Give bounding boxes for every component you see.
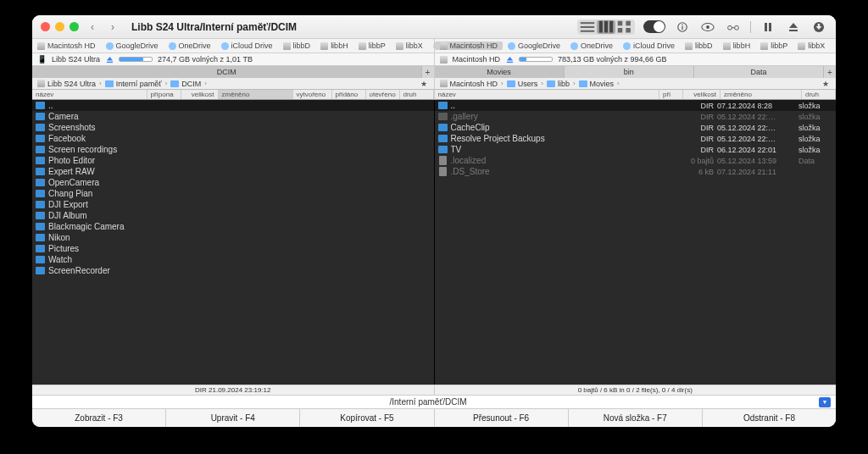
file-panel-left[interactable]: ..CameraScreenshotsFacebookScreen record… [32, 100, 434, 385]
location-item[interactable]: libbX [793, 42, 830, 50]
file-row[interactable]: Resolve Project BackupsDIR05.12.2024 22:… [435, 133, 837, 144]
pause-icon[interactable] [760, 20, 776, 34]
breadcrumb-segment[interactable]: Libb S24 Ultra [36, 80, 97, 88]
file-row[interactable]: Blackmagic Camera [32, 221, 434, 232]
location-item[interactable]: libbD [680, 42, 718, 50]
dark-mode-toggle[interactable] [643, 20, 665, 33]
panel-tab[interactable]: bin [565, 66, 694, 78]
panel-tab[interactable]: Movies [435, 66, 565, 78]
breadcrumb-segment[interactable]: Interní paměť [103, 80, 164, 88]
col-kind[interactable]: druh [400, 90, 434, 99]
file-row[interactable]: Photo Editor [32, 155, 434, 166]
file-row[interactable]: OpenCamera [32, 177, 434, 188]
new-tab-button[interactable]: + [422, 66, 434, 78]
file-row[interactable]: .localized0 bajtů05.12.2024 13:59Data [435, 155, 837, 166]
folder-icon [36, 245, 45, 252]
function-button[interactable]: Zobrazit - F3 [32, 409, 166, 427]
eject-icon[interactable] [785, 20, 802, 34]
function-button[interactable]: Přesunout - F6 [435, 409, 569, 427]
new-tab-button[interactable]: + [824, 66, 836, 78]
col-size[interactable]: velikost [181, 90, 219, 99]
breadcrumb-segment[interactable]: DCIM [169, 80, 203, 88]
location-item[interactable]: iCloud Drive [216, 42, 278, 50]
location-item[interactable]: libbP [755, 42, 793, 50]
location-item[interactable]: OneDrive [565, 42, 618, 50]
eject-left-button[interactable] [105, 55, 114, 64]
location-item[interactable]: libbH [718, 42, 756, 50]
location-item[interactable]: GoogleDrive [101, 42, 164, 50]
breadcrumb-segment[interactable]: Movies [577, 80, 616, 88]
panel-tab[interactable]: DCIM [32, 66, 422, 78]
eject-right-button[interactable] [505, 55, 514, 64]
locations-more-button[interactable]: » [830, 42, 836, 50]
col-kind-r[interactable]: druh [802, 90, 836, 99]
file-row[interactable]: TVDIR06.12.2024 22:01složka [435, 144, 837, 155]
command-history-button[interactable]: ▾ [819, 397, 831, 407]
disk-free-left: 274,7 GB volných z 1,01 TB [158, 55, 253, 64]
breadcrumb-segment[interactable]: Macintosh HD [438, 80, 500, 88]
file-row[interactable]: ..DIR07.12.2024 8:28složka [435, 100, 837, 111]
preview-icon[interactable] [699, 20, 716, 34]
function-button[interactable]: Nová složka - F7 [569, 409, 703, 427]
info-icon[interactable] [674, 20, 691, 34]
col-name[interactable]: název [32, 90, 147, 99]
file-row[interactable]: Screen recordings [32, 144, 434, 155]
file-row[interactable]: Chang Pian [32, 188, 434, 199]
separator [750, 21, 751, 33]
file-panel-right[interactable]: ..DIR07.12.2024 8:28složka.galleryDIR05.… [434, 100, 837, 385]
file-row[interactable]: DJI Album [32, 210, 434, 221]
locations-more-button[interactable]: » [428, 42, 434, 50]
col-ext-r[interactable]: pří [659, 90, 683, 99]
file-row[interactable]: .galleryDIR05.12.2024 22:…složka [435, 111, 837, 122]
svg-rect-0 [581, 22, 595, 24]
panel-tab[interactable]: Data [694, 66, 824, 78]
glasses-icon[interactable] [725, 20, 742, 34]
file-row[interactable]: .. [32, 100, 434, 111]
file-row[interactable]: Nikon [32, 232, 434, 243]
nav-forward-button[interactable]: › [106, 20, 120, 34]
location-item[interactable]: iCloud Drive [618, 42, 680, 50]
file-row[interactable]: Camera [32, 111, 434, 122]
col-size-r[interactable]: velikost [683, 90, 721, 99]
file-row[interactable]: Watch [32, 254, 434, 265]
breadcrumb-segment[interactable]: libb [545, 80, 571, 88]
function-button[interactable]: Odstranit - F8 [703, 409, 836, 427]
file-row[interactable]: DJI Export [32, 199, 434, 210]
zoom-button[interactable] [70, 22, 79, 31]
breadcrumb-segment[interactable]: Users [505, 80, 540, 88]
close-button[interactable] [41, 22, 50, 31]
col-added[interactable]: přidáno [332, 90, 366, 99]
col-changed-r[interactable]: změněno [721, 90, 802, 99]
col-ext[interactable]: přípona [147, 90, 181, 99]
location-item[interactable]: GoogleDrive [503, 42, 565, 50]
location-item[interactable]: OneDrive [164, 42, 216, 50]
nav-back-button[interactable]: ‹ [86, 20, 99, 34]
file-row[interactable]: ScreenRecorder [32, 265, 434, 276]
svg-marker-24 [106, 56, 112, 60]
favorite-button[interactable]: ★ [417, 80, 431, 88]
location-item[interactable]: libbP [353, 42, 391, 50]
function-button[interactable]: Upravit - F4 [166, 409, 300, 427]
view-mode-segment[interactable] [577, 19, 635, 35]
file-row[interactable]: Expert RAW [32, 166, 434, 177]
download-icon[interactable] [810, 20, 827, 34]
file-row[interactable]: Pictures [32, 243, 434, 254]
file-row[interactable]: Screenshots [32, 122, 434, 133]
location-item[interactable]: Macintosh HD [435, 42, 504, 50]
function-button[interactable]: Kopírovat - F5 [300, 409, 434, 427]
location-item[interactable]: Macintosh HD [32, 42, 101, 50]
command-line[interactable]: /Interní paměť/DCIM ▾ [32, 395, 836, 408]
location-item[interactable]: libbD [278, 42, 316, 50]
col-opened[interactable]: otevřeno [366, 90, 400, 99]
col-created[interactable]: vytvořeno [293, 90, 332, 99]
file-row[interactable]: .DS_Store6 kB07.12.2024 21:11 [435, 166, 837, 177]
file-row[interactable]: Facebook [32, 133, 434, 144]
col-name-r[interactable]: název [435, 90, 660, 99]
minimize-button[interactable] [55, 22, 64, 31]
location-item[interactable]: libbX [391, 42, 428, 50]
svg-rect-8 [618, 28, 623, 33]
location-item[interactable]: libbH [315, 42, 353, 50]
col-changed[interactable]: změněno [219, 90, 293, 99]
file-row[interactable]: CacheClipDIR05.12.2024 22:…složka [435, 122, 837, 133]
favorite-button[interactable]: ★ [819, 80, 832, 88]
